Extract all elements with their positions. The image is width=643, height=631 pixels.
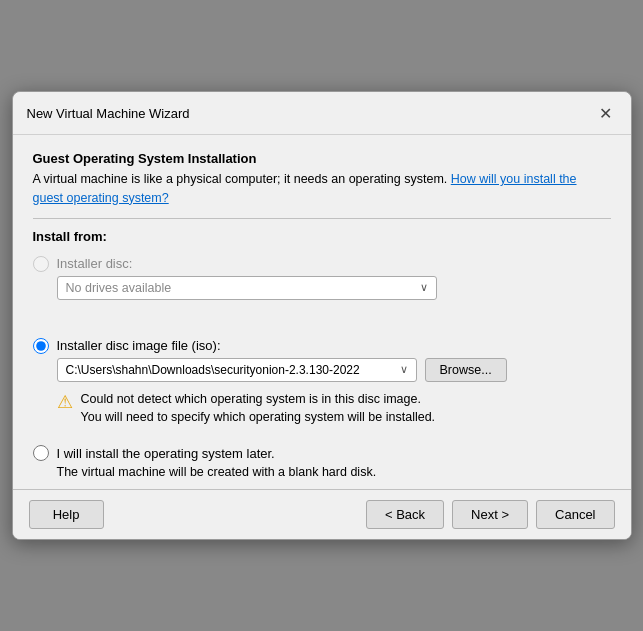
how-link[interactable]: How will you install the guest operating… [33,172,577,205]
iso-option-row: Installer disc image file (iso): C:\User… [33,338,611,436]
warning-icon: ⚠ [57,391,73,413]
later-label[interactable]: I will install the operating system late… [57,446,275,461]
disc-option-row: Installer disc: No drives available ∨ [33,256,611,308]
disc-dropdown-text: No drives available [66,281,172,295]
close-button[interactable]: ✕ [595,102,617,124]
section-header: Guest Operating System Installation A vi… [33,151,611,208]
next-button[interactable]: Next > [452,500,528,529]
later-option-row: I will install the operating system late… [33,445,611,479]
option-group: Installer disc: No drives available ∨ In… [33,256,611,480]
iso-file-input[interactable]: C:\Users\shahn\Downloads\securityonion-2… [57,358,417,382]
title-bar: New Virtual Machine Wizard ✕ [13,92,631,135]
disc-radio-row: Installer disc: [33,256,611,272]
back-button[interactable]: < Back [366,500,444,529]
cancel-button[interactable]: Cancel [536,500,614,529]
install-from-label: Install from: [33,229,611,244]
browse-button[interactable]: Browse... [425,358,507,382]
content-area: Guest Operating System Installation A vi… [13,135,631,489]
later-desc: The virtual machine will be created with… [57,465,611,479]
disc-dropdown-block: No drives available ∨ [57,276,611,300]
disc-label[interactable]: Installer disc: [57,256,133,271]
footer-left: Help [29,500,104,529]
dialog-title: New Virtual Machine Wizard [27,106,190,121]
later-radio-row: I will install the operating system late… [33,445,611,461]
dialog: New Virtual Machine Wizard ✕ Guest Opera… [12,91,632,540]
divider [33,218,611,219]
footer: Help < Back Next > Cancel [13,489,631,539]
footer-right: < Back Next > Cancel [366,500,615,529]
disc-radio[interactable] [33,256,49,272]
later-radio[interactable] [33,445,49,461]
disc-dropdown-arrow: ∨ [420,281,428,294]
warning-text: Could not detect which operating system … [81,390,436,428]
warning-line2: You will need to specify which operating… [81,410,436,424]
iso-dropdown-arrow: ∨ [400,363,408,376]
section-desc: A virtual machine is like a physical com… [33,170,611,208]
help-button[interactable]: Help [29,500,104,529]
section-title: Guest Operating System Installation [33,151,611,166]
iso-radio-row: Installer disc image file (iso): [33,338,611,354]
disc-dropdown[interactable]: No drives available ∨ [57,276,437,300]
iso-file-block: C:\Users\shahn\Downloads\securityonion-2… [57,358,611,428]
iso-radio[interactable] [33,338,49,354]
iso-file-row: C:\Users\shahn\Downloads\securityonion-2… [57,358,611,382]
spacer-1 [33,318,611,328]
iso-label[interactable]: Installer disc image file (iso): [57,338,221,353]
warning-line1: Could not detect which operating system … [81,392,421,406]
warning-box: ⚠ Could not detect which operating syste… [57,390,611,428]
iso-path-text: C:\Users\shahn\Downloads\securityonion-2… [66,363,360,377]
